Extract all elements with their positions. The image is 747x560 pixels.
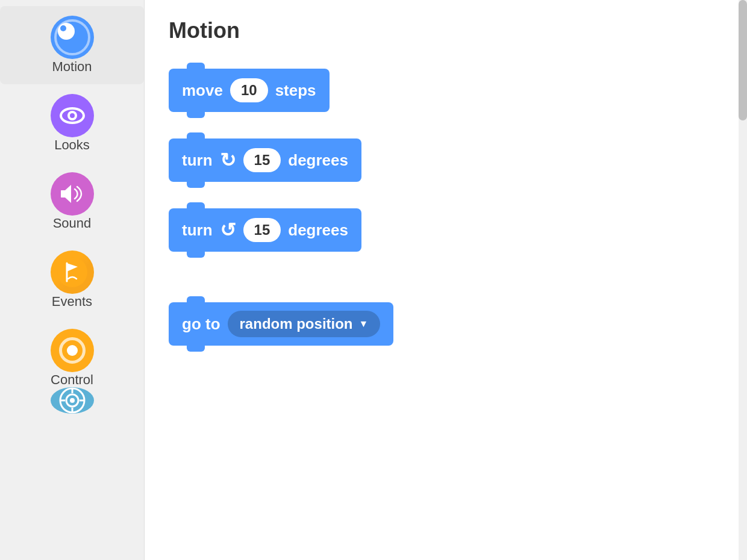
sidebar-item-label: Looks: [54, 137, 90, 153]
sensing-icon: [51, 387, 94, 414]
sidebar-item-label: Events: [52, 294, 92, 310]
sidebar-item-looks[interactable]: Looks: [0, 84, 144, 163]
block-prefix-turn-ccw: turn: [182, 221, 213, 240]
looks-icon: [51, 94, 94, 137]
main-content: Motion move 10 steps turn ↻ 15 degrees t…: [145, 0, 747, 560]
svg-point-0: [57, 257, 87, 287]
go-to-block[interactable]: go to random position ▼: [169, 302, 393, 346]
turn-cw-degrees-input[interactable]: 15: [243, 148, 281, 172]
turn-cw-block[interactable]: turn ↻ 15 degrees: [169, 138, 361, 182]
move-steps-input[interactable]: 10: [230, 78, 268, 102]
events-icon: [51, 250, 94, 294]
block-prefix-goto: go to: [182, 315, 220, 334]
sidebar-item-sound[interactable]: Sound: [0, 163, 144, 241]
block-suffix-steps: steps: [275, 81, 316, 100]
sidebar: Motion Looks Sound: [0, 0, 145, 560]
sidebar-item-events[interactable]: Events: [0, 241, 144, 319]
clockwise-icon: ↻: [220, 149, 236, 172]
sidebar-item-label: Sound: [53, 216, 92, 231]
block-suffix-degrees-ccw: degrees: [288, 221, 348, 240]
counter-clockwise-icon: ↺: [220, 219, 236, 241]
move-steps-block[interactable]: move 10 steps: [169, 69, 330, 112]
sidebar-item-label: Motion: [52, 59, 92, 75]
sound-icon: [51, 172, 94, 216]
sidebar-item-motion[interactable]: Motion: [0, 6, 144, 84]
dropdown-arrow-icon: ▼: [359, 319, 369, 329]
scrollbar-thumb[interactable]: [739, 0, 747, 120]
block-suffix-degrees-cw: degrees: [288, 151, 348, 170]
block-prefix-move: move: [182, 81, 223, 100]
dropdown-value: random position: [240, 316, 353, 332]
scrollbar-track: [739, 0, 747, 560]
control-icon: [51, 329, 94, 372]
blocks-container: move 10 steps turn ↻ 15 degrees turn ↺ 1…: [169, 61, 723, 371]
motion-icon: [51, 16, 94, 59]
turn-ccw-degrees-input[interactable]: 15: [243, 218, 281, 242]
random-position-dropdown[interactable]: random position ▼: [228, 311, 381, 337]
block-prefix-turn-cw: turn: [182, 151, 213, 170]
svg-point-3: [70, 398, 75, 403]
page-title: Motion: [169, 18, 723, 43]
sidebar-item-sensing[interactable]: [0, 385, 144, 415]
turn-ccw-block[interactable]: turn ↺ 15 degrees: [169, 208, 361, 252]
